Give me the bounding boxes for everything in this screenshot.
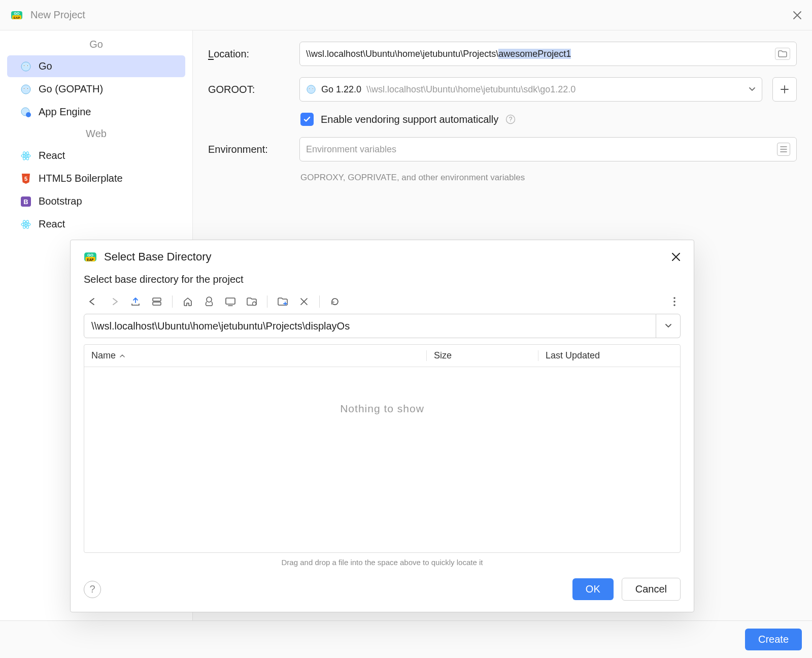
svg-rect-41 — [226, 298, 235, 304]
sidebar-item-react-2[interactable]: React — [7, 213, 185, 235]
help-icon[interactable]: ? — [505, 114, 516, 124]
sidebar-item-label: Go (GOPATH) — [39, 83, 103, 95]
svg-text:?: ? — [509, 116, 513, 123]
sidebar-item-react[interactable]: React — [7, 145, 185, 167]
environment-placeholder: Environment variables — [306, 144, 777, 155]
sidebar-item-go[interactable]: Go — [7, 55, 185, 77]
drop-hint: Drag and drop a file into the space abov… — [84, 553, 681, 567]
go-cloud-icon — [20, 107, 31, 118]
sidebar-item-label: App Engine — [39, 106, 91, 118]
svg-point-4 — [21, 62, 30, 71]
close-icon[interactable] — [793, 11, 802, 20]
environment-input[interactable]: Environment variables — [299, 137, 797, 161]
bootstrap-icon: B — [20, 196, 31, 207]
app-icon: GOEAP — [84, 250, 97, 264]
cancel-button[interactable]: Cancel — [622, 578, 681, 601]
modal-subtitle: Select base directory for the project — [84, 274, 681, 285]
svg-point-27 — [307, 85, 315, 93]
svg-rect-38 — [153, 298, 161, 301]
toolbar-separator — [172, 295, 173, 308]
path-history-dropdown[interactable] — [656, 314, 681, 338]
vendoring-label: Enable vendoring support automatically — [321, 114, 498, 125]
env-list-icon[interactable] — [777, 143, 790, 156]
create-button[interactable]: Create — [745, 629, 802, 650]
chevron-down-icon — [749, 87, 756, 92]
svg-point-31 — [313, 88, 313, 89]
home-icon[interactable] — [182, 295, 194, 308]
modal-title: Select Base Directory — [104, 250, 212, 264]
modal-toolbar — [84, 292, 681, 314]
svg-point-43 — [673, 297, 675, 299]
sidebar-item-label: React — [39, 218, 65, 230]
titlebar: GOEAP New Project — [0, 0, 812, 30]
close-icon[interactable] — [671, 252, 681, 261]
svg-point-12 — [24, 88, 24, 88]
svg-point-45 — [673, 304, 675, 306]
svg-point-42 — [253, 302, 256, 306]
svg-point-7 — [24, 65, 24, 65]
add-goroot-button[interactable] — [772, 77, 797, 102]
sidebar-section-go: Go — [0, 35, 192, 54]
vendoring-checkbox[interactable] — [300, 113, 314, 126]
select-directory-dialog: GOEAP Select Base Directory Select base … — [70, 240, 694, 612]
up-icon[interactable] — [129, 295, 142, 308]
project-folder-icon[interactable] — [246, 295, 258, 308]
svg-text:GO: GO — [14, 12, 20, 15]
help-icon[interactable]: ? — [84, 581, 101, 598]
drives-icon[interactable] — [151, 295, 163, 308]
svg-point-44 — [673, 301, 675, 303]
svg-point-23 — [25, 223, 27, 225]
svg-text:EAP: EAP — [87, 258, 94, 261]
svg-rect-39 — [153, 302, 161, 305]
toolbar-separator — [267, 295, 267, 308]
svg-point-8 — [27, 65, 28, 65]
environment-hint: GOPROXY, GOPRIVATE, and other environmen… — [300, 173, 797, 183]
sidebar-item-bootstrap[interactable]: B Bootstrap — [7, 190, 185, 212]
svg-text:GO: GO — [87, 253, 93, 257]
forward-icon[interactable] — [108, 295, 120, 308]
listing-header: Name Size Last Updated — [84, 345, 680, 367]
browse-location-icon[interactable] — [775, 48, 790, 60]
goroot-select[interactable]: Go 1.22.0 \\wsl.localhost\Ubuntu\home\je… — [299, 77, 762, 102]
environment-label: Environment: — [208, 144, 289, 155]
back-icon[interactable] — [87, 295, 99, 308]
svg-point-30 — [309, 88, 310, 89]
app-icon: GOEAP — [10, 9, 23, 22]
svg-text:B: B — [23, 198, 28, 206]
column-size[interactable]: Size — [426, 350, 538, 361]
react-icon — [20, 150, 31, 161]
file-listing: Name Size Last Updated Nothing to show — [84, 344, 681, 553]
sidebar-item-label: HTML5 Boilerplate — [39, 173, 123, 184]
go-icon — [306, 84, 316, 94]
ok-button[interactable]: OK — [572, 578, 614, 600]
sidebar-item-appengine[interactable]: App Engine — [7, 101, 185, 123]
more-icon[interactable] — [668, 295, 681, 308]
svg-point-9 — [21, 85, 30, 94]
column-updated[interactable]: Last Updated — [538, 350, 680, 361]
column-name[interactable]: Name — [84, 350, 426, 361]
desktop-icon[interactable] — [224, 295, 236, 308]
linux-icon[interactable] — [203, 295, 215, 308]
refresh-icon[interactable] — [329, 295, 341, 308]
path-value: \\wsl.localhost\Ubuntu\home\jetubuntu\Pr… — [91, 320, 350, 332]
sidebar-item-label: Bootstrap — [39, 195, 82, 207]
html5-icon: 5 — [20, 173, 31, 184]
svg-text:EAP: EAP — [14, 16, 20, 19]
footer: Create — [0, 620, 812, 658]
new-folder-icon[interactable] — [277, 295, 289, 308]
goroot-path: \\wsl.localhost\Ubuntu\home\jetubuntu\sd… — [366, 84, 743, 95]
sidebar-item-gopath[interactable]: Go (GOPATH) — [7, 78, 185, 100]
location-label: Location: — [208, 48, 289, 60]
svg-point-13 — [27, 88, 28, 88]
goroot-version: Go 1.22.0 — [321, 84, 361, 95]
toolbar-separator — [319, 295, 320, 308]
location-input[interactable]: \\wsl.localhost\Ubuntu\home\jetubuntu\Pr… — [299, 42, 797, 66]
sidebar-item-html5[interactable]: 5 HTML5 Boilerplate — [7, 168, 185, 189]
delete-icon[interactable] — [298, 295, 310, 308]
svg-point-40 — [207, 297, 212, 302]
location-value: \\wsl.localhost\Ubuntu\home\jetubuntu\Pr… — [306, 49, 775, 59]
path-input[interactable]: \\wsl.localhost\Ubuntu\home\jetubuntu\Pr… — [84, 314, 656, 338]
react-icon — [20, 219, 31, 230]
goroot-label: GOROOT: — [208, 84, 289, 95]
svg-text:5: 5 — [24, 176, 27, 182]
